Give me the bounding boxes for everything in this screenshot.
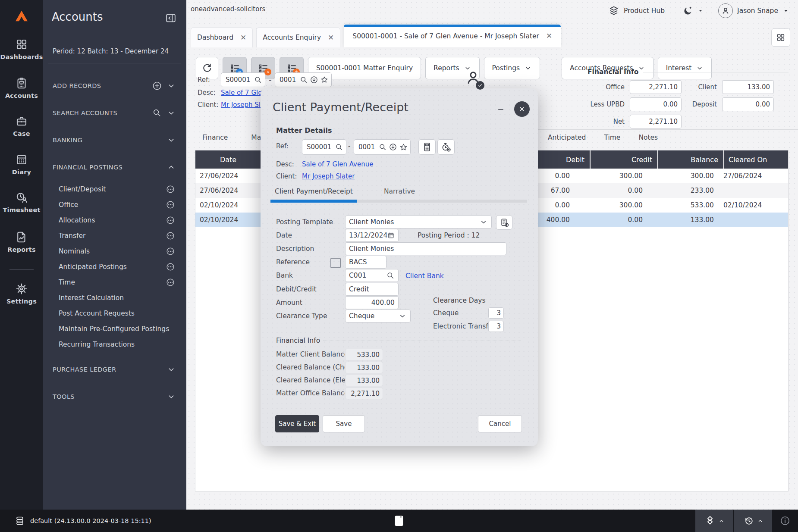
- user-menu-caret-icon[interactable]: [782, 7, 789, 14]
- sidebar-item-interest-calculation[interactable]: Interest Calculation: [43, 291, 186, 305]
- batch-link[interactable]: Batch: 13 - December 24: [87, 47, 169, 55]
- sidebar-section-purchase-ledger[interactable]: PURCHASE LEDGER: [43, 362, 186, 377]
- ellipsis-circle-icon[interactable]: [166, 231, 175, 241]
- rail-item-reports[interactable]: Reports: [0, 231, 43, 253]
- sidebar-item-time[interactable]: Time: [43, 275, 186, 289]
- tab-finance[interactable]: Finance: [202, 134, 228, 141]
- favourite-star-icon[interactable]: [320, 75, 329, 84]
- ref-matter-value: 0001: [357, 143, 377, 151]
- tab-narrative[interactable]: Narrative: [384, 188, 415, 195]
- product-hub-link[interactable]: Product Hub: [624, 7, 665, 15]
- description-input[interactable]: Client Monies: [345, 242, 506, 255]
- tab-client-payment-receipt[interactable]: Client Payment/Receipt: [270, 188, 357, 195]
- rail-item-accounts[interactable]: Accounts: [0, 77, 43, 99]
- new-template-button[interactable]: [496, 215, 512, 230]
- ellipsis-circle-icon[interactable]: [166, 247, 175, 256]
- fee-earner-ref-input[interactable]: S00001: [302, 139, 346, 155]
- sidebar-item-client-deposit[interactable]: Client/Deposit: [43, 182, 186, 196]
- stacked-windows-button[interactable]: [694, 510, 733, 532]
- close-icon[interactable]: ✕: [328, 34, 334, 41]
- client-verified-icon[interactable]: [465, 69, 484, 91]
- col-credit[interactable]: Credit: [590, 150, 657, 169]
- col-balance[interactable]: Balance: [657, 150, 723, 169]
- dark-mode-icon[interactable]: [683, 6, 693, 16]
- rail-item-timesheet[interactable]: Timesheet: [0, 191, 43, 213]
- rail-item-diary[interactable]: Diary: [0, 153, 43, 175]
- cancel-button[interactable]: Cancel: [478, 415, 522, 432]
- history-down-icon[interactable]: [389, 143, 397, 151]
- bank-name-link[interactable]: Client Bank: [405, 272, 444, 280]
- sidebar-item-allocations[interactable]: Allocations: [43, 213, 186, 227]
- electronic-days-input[interactable]: 3: [488, 321, 504, 332]
- dark-mode-caret-icon[interactable]: [697, 8, 704, 14]
- sidebar-item-post-account-requests[interactable]: Post Account Requests: [43, 307, 186, 320]
- save-button[interactable]: Save: [323, 415, 365, 432]
- ellipsis-circle-icon[interactable]: [166, 262, 175, 272]
- search-icon[interactable]: [254, 75, 262, 84]
- bank-input[interactable]: C001: [345, 269, 399, 282]
- sidebar-section-tools[interactable]: TOOLS: [43, 389, 186, 404]
- tab-notes[interactable]: Notes: [638, 134, 658, 141]
- history-down-icon[interactable]: [310, 75, 318, 84]
- matter-ref-input[interactable]: 0001: [275, 72, 332, 87]
- recent-history-button[interactable]: [733, 510, 772, 532]
- sidebar-section-banking[interactable]: BANKING: [43, 133, 186, 147]
- matter-description-link[interactable]: Sale of 7 Glen Avenue: [302, 160, 373, 168]
- advanced-logo[interactable]: [13, 7, 31, 25]
- ellipsis-circle-icon[interactable]: [166, 278, 175, 287]
- client-link[interactable]: Mr Joseph Slater: [302, 172, 355, 180]
- close-icon[interactable]: ✕: [240, 34, 246, 41]
- window-switcher-button[interactable]: [393, 513, 405, 528]
- calculator-button[interactable]: [418, 139, 436, 155]
- col-date[interactable]: Date: [195, 156, 261, 164]
- rail-item-case[interactable]: Case: [0, 115, 43, 137]
- date-input[interactable]: 13/12/2024: [345, 229, 399, 242]
- search-icon[interactable]: [335, 143, 343, 151]
- sidebar-section-add-records[interactable]: ADD RECORDS: [43, 78, 186, 93]
- sidebar-section-financial-postings[interactable]: FINANCIAL POSTINGS: [43, 160, 186, 175]
- ellipsis-circle-icon[interactable]: [166, 185, 175, 194]
- product-hub-icon[interactable]: [608, 5, 619, 16]
- reference-input[interactable]: BACS: [345, 256, 386, 269]
- tab-accounts-enquiry[interactable]: Accounts Enquiry ✕: [256, 27, 340, 47]
- save-exit-button[interactable]: Save & Exit: [275, 415, 319, 432]
- sidebar-item-recurring-transactions[interactable]: Recurring Transactions: [43, 338, 186, 351]
- rail-item-settings[interactable]: Settings: [0, 282, 43, 305]
- close-icon[interactable]: ✕: [546, 32, 552, 40]
- collapse-panel-button[interactable]: [165, 12, 177, 24]
- info-button[interactable]: [772, 515, 798, 526]
- sidebar-item-nominals[interactable]: Nominals: [43, 244, 186, 258]
- sidebar-item-maintain-pre-configured-postings[interactable]: Maintain Pre-Configured Postings: [43, 322, 186, 336]
- matter-ref-input[interactable]: 0001: [354, 139, 411, 155]
- search-icon[interactable]: [378, 143, 387, 151]
- tab-anticipated[interactable]: Anticipated: [548, 134, 586, 141]
- add-time-button[interactable]: [437, 139, 455, 155]
- fee-earner-ref-input[interactable]: S00001: [221, 72, 265, 87]
- user-name[interactable]: Jason Snape: [737, 7, 778, 15]
- debit-credit-input[interactable]: Credit: [345, 283, 399, 296]
- reference-checkbox[interactable]: [330, 258, 341, 268]
- clearance-type-select[interactable]: Cheque: [345, 310, 411, 322]
- favourite-star-icon[interactable]: [399, 143, 408, 151]
- cheque-days-input[interactable]: 3: [488, 307, 504, 319]
- user-avatar[interactable]: [718, 3, 733, 18]
- close-button[interactable]: [514, 101, 530, 117]
- col-cleared-on[interactable]: Cleared On: [723, 150, 788, 169]
- sidebar-section-search-accounts[interactable]: SEARCH ACCOUNTS: [43, 106, 186, 120]
- rail-item-dashboards[interactable]: Dashboards: [0, 38, 43, 60]
- tab-dashboard[interactable]: Dashboard ✕: [191, 27, 253, 47]
- tab-time[interactable]: Time: [604, 134, 620, 141]
- rail-item-label: Timesheet: [0, 207, 43, 213]
- postings-dropdown[interactable]: Postings: [484, 57, 540, 79]
- amount-input[interactable]: 400.00: [345, 296, 399, 309]
- minimize-button[interactable]: [495, 106, 507, 114]
- search-icon[interactable]: [299, 75, 308, 84]
- layout-grid-button[interactable]: [771, 28, 790, 47]
- sidebar-item-office[interactable]: Office: [43, 198, 186, 212]
- posting-template-select[interactable]: Client Monies: [345, 216, 492, 228]
- tab-matter-enquiry[interactable]: S00001-0001 - Sale of 7 Glen Avenue - Mr…: [344, 25, 561, 47]
- sidebar-item-anticipated-postings[interactable]: Anticipated Postings: [43, 260, 186, 274]
- ellipsis-circle-icon[interactable]: [166, 216, 175, 225]
- sidebar-item-transfer[interactable]: Transfer: [43, 229, 186, 243]
- ellipsis-circle-icon[interactable]: [166, 200, 175, 210]
